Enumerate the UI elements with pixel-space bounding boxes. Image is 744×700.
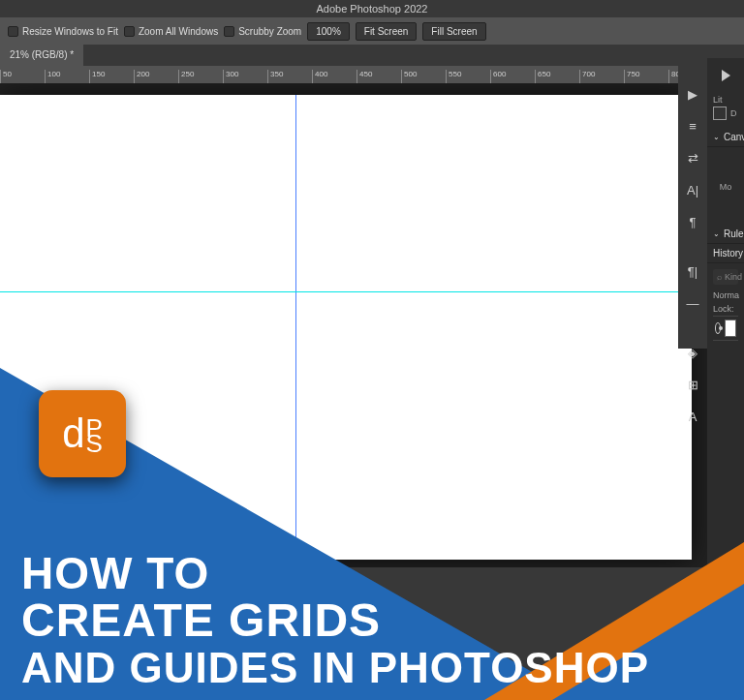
ruler-mark: 700 [579,70,624,83]
right-panel-stack: Lit D ⌄ Canv Mo ⌄ Rule History ⌕ Kind No… [707,58,744,571]
panel-tool-icon[interactable]: ¶| [684,264,701,279]
lock-row: Lock: [713,302,738,316]
ruler-mark: 250 [178,70,223,83]
ruler-panel-header[interactable]: ⌄ Rule [707,225,744,244]
visibility-icon[interactable] [715,322,721,334]
app-title: Adobe Photoshop 2022 [317,3,428,15]
panel-tool-icon[interactable]: ◈ [684,346,701,360]
zoom-all-option[interactable]: Zoom All Windows [124,26,218,37]
dps-logo: dPS [39,390,126,477]
fill-screen-button[interactable]: Fill Screen [422,22,485,41]
zoom-value-field[interactable]: 100% [307,22,350,41]
scrubby-zoom-option[interactable]: Scrubby Zoom [224,26,301,37]
ruler-mark: 600 [490,70,535,83]
fit-screen-button[interactable]: Fit Screen [356,22,418,41]
title-line-1: HOW TO [21,550,649,596]
resize-windows-label: Resize Windows to Fit [22,26,118,37]
document-tab-bar: 21% (RGB/8) * [0,45,744,66]
resize-windows-option[interactable]: Resize Windows to Fit [8,26,118,37]
ruler-mark: 200 [134,70,178,83]
chevron-down-icon: ⌄ [713,133,720,141]
thumbnail-title: HOW TO CREATE GRIDS AND GUIDES IN PHOTOS… [21,550,649,690]
panel-tool-icon[interactable]: ▶ [684,87,701,102]
zoom-all-label: Zoom All Windows [139,26,218,37]
ruler-mark: 750 [624,70,668,83]
panel-icon-strip: ▶≡⇄A|¶¶|—◈⊞A [678,58,707,349]
checkbox-icon[interactable] [124,26,135,37]
panel-tool-icon[interactable]: A| [684,183,701,198]
panel-tool-icon[interactable]: ≡ [684,119,701,134]
search-icon: ⌕ [717,272,722,282]
canvas-panel-header[interactable]: ⌄ Canv [707,128,744,147]
ruler-mark: 50 [0,70,45,83]
libraries-hint: Lit D [707,89,744,128]
panel-tool-icon[interactable]: ⊞ [684,378,701,392]
layer-thumbnail [725,320,736,337]
horizontal-ruler[interactable]: 5010015020025030035040045050055060065070… [0,66,707,83]
layer-filter[interactable]: ⌕ Kind [713,269,738,285]
title-line-3: AND GUIDES IN PHOTOSHOP [21,646,649,690]
ruler-mark: 450 [356,70,401,83]
document-icon [713,107,727,120]
panel-tool-icon[interactable]: — [684,296,701,311]
mode-label: Mo [713,182,738,192]
options-bar: Resize Windows to Fit Zoom All Windows S… [0,17,744,45]
scrubby-zoom-label: Scrubby Zoom [238,26,301,37]
ruler-mark: 100 [45,70,89,83]
ruler-mark: 150 [89,70,134,83]
canvas-panel-body: Mo [707,147,744,225]
app-title-bar: Adobe Photoshop 2022 [0,0,744,17]
title-line-2: CREATE GRIDS [21,596,649,645]
history-panel-header[interactable]: History [707,244,744,263]
ruler-mark: 550 [446,70,490,83]
blend-mode-row[interactable]: Norma [713,289,738,302]
canvas[interactable] [0,95,692,560]
horizontal-guide[interactable] [0,291,707,292]
ruler-mark: 400 [312,70,356,83]
chevron-down-icon: ⌄ [713,229,720,238]
ruler-mark: 500 [401,70,446,83]
document-tab[interactable]: 21% (RGB/8) * [0,45,83,66]
panel-tool-icon[interactable]: ¶ [684,215,701,229]
checkbox-icon[interactable] [224,26,234,37]
layers-panel-body: ⌕ Kind Norma Lock: [707,263,744,347]
ruler-mark: 300 [223,70,267,83]
ruler-mark: 650 [535,70,579,83]
vertical-guide[interactable] [295,95,296,560]
ruler-mark: 350 [267,70,312,83]
doc-item[interactable]: D [713,105,738,122]
panel-tool-icon[interactable]: A [684,410,701,424]
checkbox-icon[interactable] [8,26,18,37]
layer-row[interactable] [713,316,738,341]
panel-tool-icon[interactable]: ⇄ [684,151,701,166]
play-icon[interactable] [722,70,730,81]
canvas-area[interactable] [0,83,707,567]
